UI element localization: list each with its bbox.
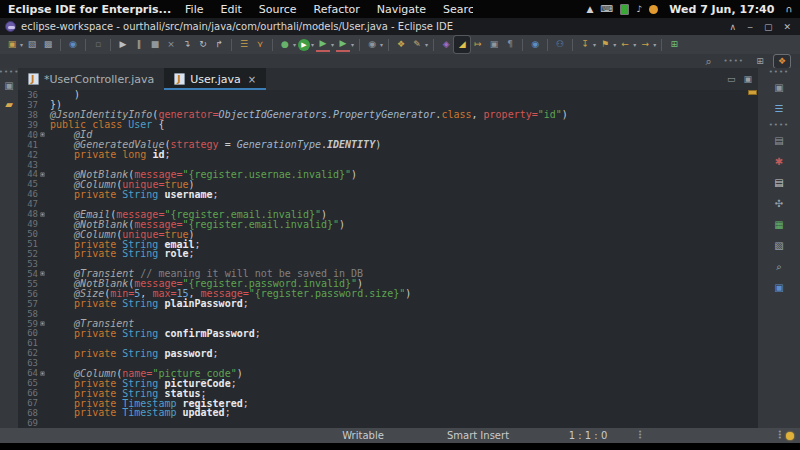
menu-item-edit[interactable]: Edit: [221, 3, 242, 16]
line-number[interactable]: 53: [18, 259, 40, 269]
line-number[interactable]: 68: [18, 408, 40, 418]
line-number[interactable]: 61: [18, 338, 40, 348]
project-explorer-icon[interactable]: ▰: [2, 98, 17, 112]
dropdown-arrow-icon[interactable]: ▾: [331, 41, 334, 48]
fold-marker[interactable]: [40, 212, 50, 217]
run-icon[interactable]: ▶▾: [297, 36, 315, 53]
unmaximize-icon[interactable]: ∧: [730, 22, 737, 32]
drag-handle[interactable]: ••••: [723, 59, 744, 63]
console-icon[interactable]: ▤: [772, 176, 787, 190]
line-number[interactable]: 42: [18, 150, 40, 160]
code-line[interactable]: 69: [18, 418, 758, 428]
mark-occurrences-icon[interactable]: ▣: [486, 36, 502, 53]
line-number[interactable]: 37: [18, 100, 40, 110]
skip-breakpoints-icon[interactable]: ◉: [65, 36, 81, 53]
line-number[interactable]: 38: [18, 110, 40, 120]
line-number[interactable]: 43: [18, 160, 40, 170]
line-number[interactable]: 50: [18, 229, 40, 239]
drag-handle[interactable]: •••: [638, 431, 642, 440]
dropdown-arrow-icon[interactable]: ▾: [293, 41, 296, 48]
line-number[interactable]: 49: [18, 219, 40, 229]
status-caret-position[interactable]: 1 : 1 : 0: [538, 430, 638, 441]
dropdown-arrow-icon[interactable]: ▾: [653, 41, 656, 48]
line-number[interactable]: 57: [18, 299, 40, 309]
fold-marker[interactable]: [40, 172, 50, 177]
editor-tab-userjava[interactable]: User.java×: [164, 68, 266, 90]
minimize-view-icon[interactable]: ▭: [727, 74, 736, 84]
code-line[interactable]: 68 private Timestamp updated;: [18, 408, 758, 418]
palette-icon[interactable]: ✣: [772, 197, 787, 211]
restore-view-icon[interactable]: ▣: [2, 79, 17, 93]
code-line[interactable]: 52 private String role;: [18, 249, 758, 259]
line-number[interactable]: 62: [18, 348, 40, 358]
bell-icon[interactable]: ∩: [785, 4, 792, 14]
code-line[interactable]: 62 private String password;: [18, 348, 758, 358]
open-perspective-icon[interactable]: ⊞: [752, 55, 768, 68]
line-number[interactable]: 39: [18, 120, 40, 130]
line-number[interactable]: 69: [18, 418, 40, 428]
perspective-shortcut-icon[interactable]: ⊞: [666, 36, 682, 53]
dropdown-arrow-icon[interactable]: ▾: [20, 41, 23, 48]
overview-ruler-marker[interactable]: [748, 90, 757, 95]
line-number[interactable]: 56: [18, 289, 40, 299]
line-number[interactable]: 55: [18, 279, 40, 289]
code-editor[interactable]: 36 )37})38@JsonIdentityInfo(generator=Ob…: [18, 90, 758, 428]
java-search-icon[interactable]: ⚇: [552, 36, 568, 53]
java-ee-perspective-icon[interactable]: ❖: [774, 55, 790, 68]
code-line[interactable]: 57 private String plainPassword;: [18, 299, 758, 309]
line-number[interactable]: 46: [18, 189, 40, 199]
show-whitespace-icon[interactable]: ¶: [502, 36, 518, 53]
properties-icon[interactable]: ▣: [772, 281, 787, 295]
external-tools-icon[interactable]: ◉▾: [364, 36, 384, 53]
app-menu-name[interactable]: Eclipse IDE for Enterpris...: [8, 3, 171, 16]
new-wizard-icon[interactable]: ▣▾: [4, 36, 24, 53]
code-line[interactable]: 36 ): [18, 90, 758, 100]
profile-icon[interactable]: ▶▾: [335, 36, 355, 53]
line-number[interactable]: 48: [18, 209, 40, 219]
fold-marker[interactable]: [40, 371, 50, 376]
line-number[interactable]: 66: [18, 388, 40, 398]
resume-icon[interactable]: ▶: [115, 36, 131, 53]
coverage-icon[interactable]: ▶▾: [315, 36, 335, 53]
pin-editor-icon[interactable]: ◈: [438, 36, 454, 53]
annotate-icon[interactable]: ✎▾: [409, 36, 429, 53]
menu-item-navigate[interactable]: Navigate: [377, 3, 426, 16]
fold-bullet-icon[interactable]: [40, 212, 45, 217]
servers-icon[interactable]: ▦: [772, 218, 787, 232]
step-over-icon[interactable]: ↻: [195, 36, 211, 53]
line-number[interactable]: 45: [18, 179, 40, 189]
menu-item-file[interactable]: File: [185, 3, 203, 16]
line-number[interactable]: 59: [18, 319, 40, 329]
volume-muted-icon[interactable]: ♪: [636, 4, 642, 14]
drag-handle[interactable]: ••••: [769, 70, 790, 74]
menu-item-source[interactable]: Source: [259, 3, 297, 16]
open-type-icon[interactable]: ↦: [470, 36, 486, 53]
line-number[interactable]: 44: [18, 169, 40, 179]
clock[interactable]: Wed 7 Jun, 17:40: [669, 3, 774, 16]
line-number[interactable]: 52: [18, 249, 40, 259]
fold-bullet-icon[interactable]: [40, 132, 45, 137]
notification-dot-icon[interactable]: [649, 5, 658, 14]
dropdown-arrow-icon[interactable]: ▾: [311, 41, 314, 48]
fold-bullet-icon[interactable]: [40, 321, 45, 326]
drag-handle[interactable]: •••: [778, 431, 782, 440]
forward-icon[interactable]: →▾: [637, 36, 657, 53]
terminate-icon[interactable]: ■: [147, 36, 163, 53]
code-line[interactable]: 46 private String username;: [18, 189, 758, 199]
save-icon[interactable]: ▧: [24, 36, 40, 53]
battery-icon[interactable]: [620, 4, 629, 15]
fold-marker[interactable]: [40, 321, 50, 326]
keyboard-icon[interactable]: ⌨: [600, 4, 613, 14]
snippets-icon[interactable]: ▧: [772, 239, 787, 253]
build-icon[interactable]: ▤: [772, 134, 787, 148]
line-number[interactable]: 58: [18, 309, 40, 319]
dropdown-arrow-icon[interactable]: ▾: [593, 41, 596, 48]
line-number[interactable]: 41: [18, 140, 40, 150]
code-line[interactable]: 60 private String confirmPassword;: [18, 329, 758, 339]
line-number[interactable]: 54: [18, 269, 40, 279]
new-java-ee-project-icon[interactable]: ❖: [393, 36, 409, 53]
code-line[interactable]: 39public class User {: [18, 120, 758, 130]
drag-handle[interactable]: ••••: [769, 123, 790, 127]
line-number[interactable]: 64: [18, 368, 40, 378]
fold-marker[interactable]: [40, 132, 50, 137]
